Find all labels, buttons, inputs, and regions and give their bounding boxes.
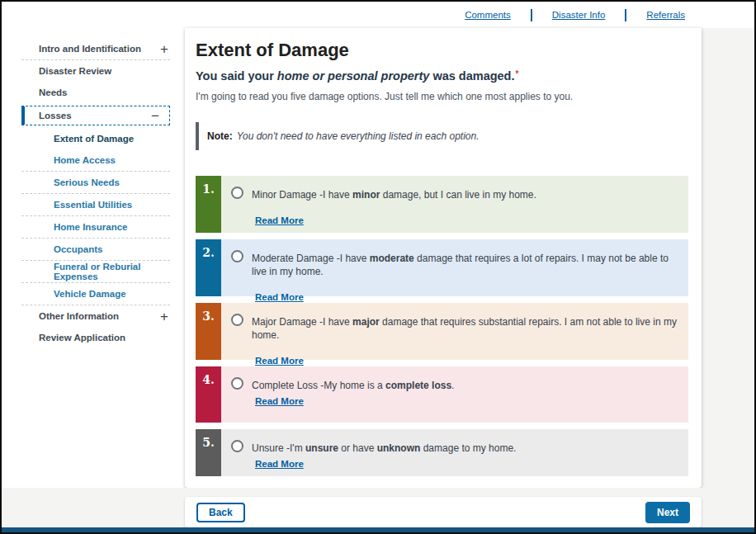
sidebar-item-funeral-or-reburial-expenses[interactable]: Funeral or Reburial Expenses	[2, 261, 185, 282]
sidebar-item-intro-and-identification[interactable]: Intro and Identification +	[2, 38, 185, 59]
sidebar-item-essential-utilities[interactable]: Essential Utilities	[2, 194, 185, 215]
next-button[interactable]: Next	[645, 502, 690, 523]
option-row-major-damage: 3. Major Damage -I have major damage tha…	[196, 303, 688, 360]
top-nav: Comments Disaster Info Referrals	[2, 2, 754, 28]
footer-accent-bar	[2, 527, 754, 532]
read-more-link[interactable]: Read More	[255, 292, 304, 302]
radio-button[interactable]	[231, 440, 243, 452]
sidebar-item-label: Home Insurance	[54, 222, 127, 232]
option-body: Major Damage -I have major damage that r…	[221, 303, 688, 360]
sidebar-item-serious-needs[interactable]: Serious Needs	[2, 172, 185, 193]
sidebar-item-occupants[interactable]: Occupants	[2, 239, 185, 260]
option-row-unsure: 5. Unsure -I'm unsure or have unknown da…	[196, 429, 688, 476]
radio-button[interactable]	[231, 187, 243, 199]
option-number-tab: 5.	[196, 429, 221, 476]
sidebar-item-label: Other Information	[39, 311, 119, 321]
option-row-moderate-damage: 2. Moderate Damage -I have moderate dama…	[196, 239, 688, 296]
app-window: Comments Disaster Info Referrals Intro a…	[0, 0, 756, 534]
sidebar-item-extent-of-damage[interactable]: Extent of Damage	[2, 128, 185, 149]
sidebar-item-vehicle-damage[interactable]: Vehicle Damage	[2, 283, 185, 305]
sidebar-item-losses[interactable]: Losses −	[21, 106, 170, 125]
option-text: Minor Damage -I have minor damage, but I…	[252, 187, 536, 201]
read-more-link[interactable]: Read More	[255, 215, 304, 225]
link-separator	[625, 9, 626, 21]
content-area: Intro and Identification + Disaster Revi…	[2, 28, 754, 488]
sidebar-item-label: Serious Needs	[54, 177, 120, 187]
option-body: Minor Damage -I have minor damage, but I…	[221, 176, 688, 233]
sidebar-item-label: Funeral or Reburial Expenses	[54, 262, 185, 281]
sidebar-item-label: Review Application	[39, 333, 125, 343]
back-button[interactable]: Back	[196, 503, 245, 522]
question-text: You said your home or personal property …	[196, 69, 688, 83]
radio-button[interactable]	[231, 314, 243, 326]
plus-icon[interactable]: +	[160, 42, 168, 56]
option-row-minor-damage: 1. Minor Damage -I have minor damage, bu…	[196, 176, 688, 233]
link-separator	[531, 9, 532, 21]
option-number-tab: 1.	[196, 176, 221, 233]
note-text: You don't need to have everything listed…	[237, 130, 480, 142]
option-body: Moderate Damage -I have moderate damage …	[221, 239, 688, 296]
page-title: Extent of Damage	[196, 40, 688, 61]
comments-link[interactable]: Comments	[465, 10, 511, 20]
option-text: Unsure -I'm unsure or have unknown damag…	[252, 440, 516, 455]
sidebar-item-label: Intro and Identification	[39, 44, 141, 54]
sidebar-item-other-information[interactable]: Other Information +	[2, 305, 185, 327]
question-prefix: You said your	[196, 69, 277, 83]
question-suffix: was damaged.	[429, 69, 514, 83]
sidebar-item-label: Losses	[39, 111, 72, 121]
sidebar-item-label: Essential Utilities	[54, 200, 132, 210]
sidebar-item-label: Extent of Damage	[54, 134, 134, 144]
plus-icon[interactable]: +	[160, 310, 168, 324]
option-number-tab: 2.	[196, 239, 221, 296]
option-body: Complete Loss -My home is a complete los…	[221, 366, 688, 423]
option-number-tab: 4.	[196, 366, 221, 423]
minus-icon[interactable]: −	[151, 109, 159, 123]
radio-button[interactable]	[231, 377, 243, 390]
disaster-info-link[interactable]: Disaster Info	[552, 10, 606, 20]
option-row-complete-loss: 4. Complete Loss -My home is a complete …	[196, 366, 688, 423]
sidebar: Intro and Identification + Disaster Revi…	[2, 28, 185, 488]
sidebar-item-needs[interactable]: Needs	[2, 82, 185, 103]
sidebar-item-label: Vehicle Damage	[54, 289, 126, 299]
intro-text: I'm going to read you five damage option…	[196, 91, 688, 102]
option-body: Unsure -I'm unsure or have unknown damag…	[221, 429, 688, 476]
sidebar-item-label: Occupants	[54, 244, 102, 254]
sidebar-item-review-application[interactable]: Review Application	[2, 327, 185, 348]
sidebar-item-disaster-review[interactable]: Disaster Review	[2, 60, 185, 82]
sidebar-item-home-insurance[interactable]: Home Insurance	[2, 216, 185, 238]
note-box: Note: You don't need to have everything …	[196, 122, 688, 150]
referrals-link[interactable]: Referrals	[646, 10, 685, 20]
main-panel: Extent of Damage You said your home or p…	[185, 28, 702, 488]
sidebar-item-label: Home Access	[54, 155, 116, 165]
option-text: Complete Loss -My home is a complete los…	[252, 377, 454, 392]
sidebar-item-home-access[interactable]: Home Access	[2, 149, 185, 171]
read-more-link[interactable]: Read More	[255, 356, 304, 366]
note-label: Note:	[207, 130, 233, 142]
required-marker: *	[516, 69, 519, 78]
damage-options-list: 1. Minor Damage -I have minor damage, bu…	[196, 176, 688, 476]
sidebar-item-label: Needs	[39, 87, 68, 97]
bottom-band: Back Next	[2, 488, 754, 527]
radio-button[interactable]	[231, 250, 243, 262]
option-number-tab: 3.	[196, 303, 221, 360]
read-more-link[interactable]: Read More	[255, 459, 304, 469]
read-more-link[interactable]: Read More	[255, 396, 304, 406]
option-text: Major Damage -I have major damage that r…	[252, 314, 678, 342]
navigation-button-bar: Back Next	[185, 497, 702, 527]
option-text: Moderate Damage -I have moderate damage …	[252, 250, 678, 278]
sidebar-item-label: Disaster Review	[39, 66, 111, 76]
question-emphasis: home or personal property	[277, 69, 430, 83]
